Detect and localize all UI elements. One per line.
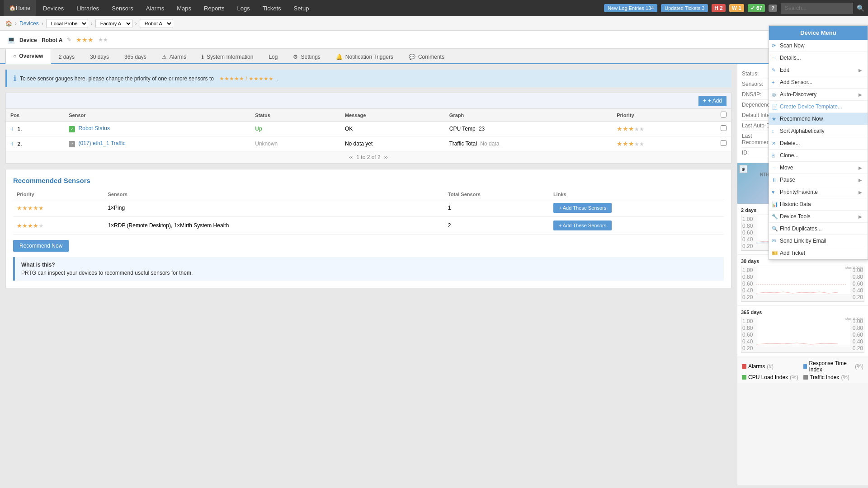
nav-alarms[interactable]: Alarms (141, 0, 170, 16)
tab-365days[interactable]: 365 days (117, 50, 154, 64)
nav-tickets[interactable]: Tickets (257, 0, 287, 16)
chart-legend: Alarms (#) Response Time Index (%) CPU L… (737, 357, 868, 383)
nav-setup[interactable]: Setup (288, 0, 315, 16)
row-expand-2[interactable]: + (10, 140, 14, 147)
info-bar: ℹ To see sensor gauges here, please chan… (5, 70, 731, 87)
context-menu-historic-data[interactable]: 📊 Historic Data (769, 198, 868, 211)
sensor-table-container: + + Add Pos Sensor Status Message Graph … (5, 93, 731, 164)
title-edit-icon[interactable]: ✎ (67, 37, 71, 43)
context-menu-add-ticket[interactable]: 🎫 Add Ticket (769, 247, 868, 259)
info-bar-text: To see sensor gauges here, please change… (20, 75, 214, 82)
alarm-badge-ok[interactable]: ✓ 67 (748, 4, 765, 12)
tab-log[interactable]: Log (261, 50, 285, 64)
nav-devices[interactable]: Devices (38, 0, 69, 16)
add-sensor-button[interactable]: + + Add (698, 96, 726, 106)
col-select-all[interactable] (716, 109, 731, 122)
context-menu-sort-alphabetically[interactable]: ↕ Sort Alphabetically (769, 125, 868, 137)
device-tools-icon: 🔧 (772, 214, 778, 220)
recommend-now-button[interactable]: Recommend Now (13, 240, 69, 252)
tab-alarms[interactable]: ⚠ Alarms (154, 50, 194, 64)
context-menu-edit[interactable]: ✎ Edit ▶ (769, 64, 868, 76)
rec-cell-total: 1 (444, 199, 550, 217)
col-message[interactable]: Message (340, 109, 445, 122)
nav-libraries[interactable]: Libraries (71, 0, 104, 16)
context-menu-pause[interactable]: ⏸ Pause ▶ (769, 174, 868, 186)
context-menu-priority-favorite[interactable]: ♥ Priority/Favorite ▶ (769, 186, 868, 198)
nav-logs[interactable]: Logs (232, 0, 255, 16)
sensor-status-icon: ✓ (69, 126, 75, 132)
tab-comments[interactable]: 💬 Comments (401, 50, 452, 64)
nav-reports[interactable]: Reports (198, 0, 230, 16)
context-menu-auto-discovery[interactable]: ◎ Auto-Discovery ▶ (769, 89, 868, 101)
alarm-badge-w[interactable]: W 1 (729, 4, 744, 12)
map-zoom-icon[interactable]: ⊕ (739, 165, 747, 173)
context-menu-delete[interactable]: ✕ Delete... (769, 137, 868, 150)
nav-sensors[interactable]: Sensors (106, 0, 139, 16)
col-status[interactable]: Status (250, 109, 340, 122)
top-navigation: 🏠 Home Devices Libraries Sensors Alarms … (0, 0, 868, 16)
context-menu-find-duplicates[interactable]: 🔍 Find Duplicates... (769, 223, 868, 235)
recommend-now-icon: ★ (772, 116, 776, 122)
delete-icon: ✕ (772, 141, 776, 146)
tab-system-information[interactable]: ℹ System Information (194, 50, 261, 64)
rec-col-sensors: Sensors (104, 190, 444, 199)
context-menu-add-sensor[interactable]: + Add Sensor... (769, 76, 868, 89)
chart-30days-max: Max: 0.00 % (845, 266, 863, 269)
context-menu-create-device-template[interactable]: 📄 Create Device Template... (769, 101, 868, 113)
row-checkbox-1[interactable] (721, 125, 726, 131)
search-icon[interactable]: 🔍 (857, 5, 864, 12)
tab-overview[interactable]: ○ Overview (5, 49, 51, 64)
create-template-icon: 📄 (772, 104, 778, 110)
context-menu-send-link-email[interactable]: ✉ Send Link by Email (769, 235, 868, 247)
context-menu-device-tools[interactable]: 🔧 Device Tools ▶ (769, 211, 868, 223)
legend-traffic: Traffic Index (%) (803, 374, 863, 380)
device-tools-arrow: ▶ (859, 214, 862, 219)
col-pos[interactable]: Pos (6, 109, 64, 122)
settings-icon: ⚙ (293, 54, 298, 60)
tab-2days[interactable]: 2 days (51, 50, 82, 64)
chart-365days-right-labels: 1.000.800.600.400.20 (850, 317, 864, 352)
breadcrumb-robot-a-dropdown[interactable]: Robot A (140, 19, 173, 28)
chart-365days: 365 days 1.000.800.600.400.20 1.000.800.… (737, 306, 868, 357)
add-these-sensors-button-1[interactable]: + Add These Sensors (553, 203, 612, 213)
move-arrow: ▶ (859, 165, 862, 170)
context-menu-details[interactable]: ≡ Details... (769, 52, 868, 64)
tab-settings[interactable]: ⚙ Settings (285, 50, 328, 64)
updated-tickets-badge[interactable]: Updated Tickets 3 (661, 4, 708, 12)
select-all-checkbox[interactable] (721, 112, 726, 117)
search-input[interactable] (781, 3, 853, 14)
tab-notification-triggers[interactable]: 🔔 Notification Triggers (328, 50, 401, 64)
prev-page-icon[interactable]: ‹‹ (349, 154, 353, 160)
add-these-sensors-button-2[interactable]: + Add These Sensors (553, 221, 612, 230)
legend-response-time: Response Time Index (%) (803, 360, 863, 373)
nav-maps[interactable]: Maps (171, 0, 197, 16)
cell-sensor-name: ? (017) eth1_1 Traffic (64, 136, 250, 151)
row-expand-1[interactable]: + (10, 125, 14, 132)
col-graph[interactable]: Graph (445, 109, 612, 122)
cell-pos: + 1. (6, 122, 64, 136)
col-sensor[interactable]: Sensor (64, 109, 250, 122)
new-log-entries-badge[interactable]: New Log Entries 134 (604, 4, 657, 12)
breadcrumb-factory-a-dropdown[interactable]: Factory A (95, 19, 132, 28)
recommended-sensors-section: Recommended Sensors Priority Sensors Tot… (5, 169, 731, 288)
star-rating[interactable]: ★★★ (76, 36, 94, 43)
nav-home[interactable]: 🏠 Home (4, 0, 36, 16)
next-page-icon[interactable]: ›› (384, 154, 388, 160)
context-menu-recommend-now[interactable]: ★ Recommend Now (769, 113, 868, 125)
table-row: + 1. ✓ Robot Status Up OK CPU Temp 23 (6, 122, 731, 136)
context-menu-move[interactable]: → Move ▶ (769, 162, 868, 174)
tab-30days[interactable]: 30 days (82, 50, 117, 64)
col-priority[interactable]: Priority (612, 109, 716, 122)
alarm-badge-h[interactable]: H 2 (712, 4, 725, 12)
chart-365days-inner (756, 317, 850, 346)
alarm-badge-q[interactable]: ? (769, 5, 777, 12)
chart-30days: 30 days 1.000.800.600.400.20 1.000.800.6… (737, 255, 868, 306)
rec-table-row: ★★★★★ 1×RDP (Remote Desktop), 1×Mirth Sy… (13, 217, 724, 235)
breadcrumb-local-probe-dropdown[interactable]: Local Probe (46, 19, 88, 28)
context-menu-scan-now[interactable]: ⟳ Scan Now (769, 40, 868, 52)
legend-alarms: Alarms (#) (742, 360, 802, 373)
rec-col-total: Total Sensors (444, 190, 550, 199)
row-checkbox-2[interactable] (721, 140, 726, 146)
context-menu-clone[interactable]: ⎘ Clone... (769, 150, 868, 162)
breadcrumb-devices[interactable]: Devices (19, 20, 39, 27)
